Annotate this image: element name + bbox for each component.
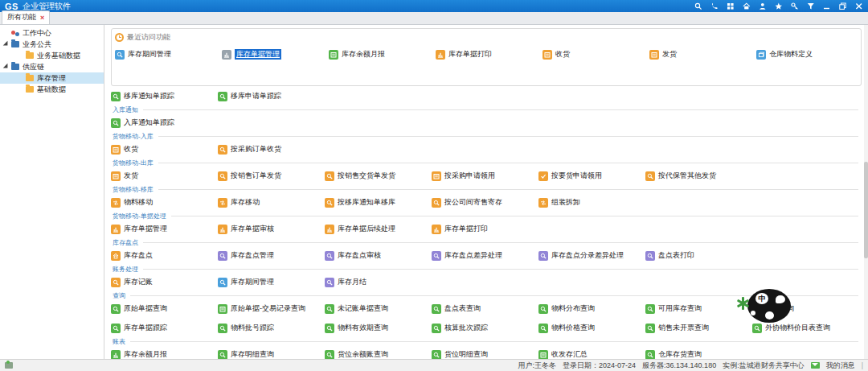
function-item[interactable]: 按移库通知单移库 (325, 197, 432, 208)
scrollbar-thumb[interactable] (864, 162, 868, 258)
tree-spacer (20, 89, 23, 91)
sidebar-item-业务基础数据[interactable]: 业务基础数据 (0, 50, 104, 61)
close-icon[interactable] (854, 2, 863, 10)
function-item[interactable]: 库存月结 (325, 277, 432, 287)
function-item[interactable]: 库存盘点差异处理 (432, 250, 538, 261)
function-item[interactable]: 库存盘点分录差异处理 (538, 250, 645, 261)
function-item-label: 按公司间寄售寄存 (444, 197, 502, 208)
function-item[interactable]: 仓库存货查询 (645, 349, 752, 359)
function-item[interactable]: 原始单据-交易记录查询 (218, 303, 325, 314)
expand-arrow-icon[interactable] (3, 41, 10, 47)
function-item[interactable]: 按公司间寄售寄存 (432, 197, 538, 208)
function-item[interactable]: 物料批号跟踪 (218, 323, 325, 333)
function-item[interactable]: 货位明细查询 (432, 349, 538, 359)
function-item[interactable]: 库存单据管理 (222, 49, 329, 60)
function-item[interactable]: 库存余额月报 (111, 349, 218, 359)
function-item[interactable]: 物料有效期查询 (325, 323, 432, 333)
function-item[interactable]: 库存盘点审核 (325, 250, 432, 261)
function-item[interactable]: 收货 (111, 144, 218, 155)
search-icon[interactable] (694, 2, 702, 10)
section-header: 入库通知 (111, 103, 862, 116)
user-icon[interactable] (758, 2, 767, 10)
function-item[interactable]: 库存记账 (111, 277, 218, 287)
chart-icon (436, 50, 445, 60)
function-item[interactable]: 仓库物料定义 (756, 49, 863, 60)
section-header: 货物移动-移库 (111, 183, 862, 196)
function-item[interactable]: 按要货申请领用 (538, 171, 645, 181)
search-icon (325, 198, 334, 208)
star-icon[interactable] (774, 2, 783, 10)
function-item[interactable]: 组装拆卸 (538, 197, 645, 208)
function-item[interactable]: 销售未开票查询 (645, 323, 752, 333)
section-divider (130, 295, 858, 296)
sidebar-item-供应链[interactable]: 供应链 (0, 61, 104, 72)
minimize-icon[interactable] (822, 2, 831, 10)
home-icon[interactable] (742, 2, 751, 10)
function-item[interactable]: 移库申请单跟踪 (218, 91, 325, 101)
function-item[interactable]: 库存明细查询 (218, 349, 325, 359)
function-item-label: 可用库存查询 (658, 303, 702, 314)
function-item[interactable]: 原始单据查询 (111, 303, 218, 314)
function-item[interactable]: 按销售订单发货 (218, 171, 325, 181)
search-icon (325, 324, 334, 333)
tab-close-icon[interactable]: × (40, 14, 44, 22)
function-item[interactable]: 按代保管其他发货 (645, 171, 752, 181)
function-item[interactable]: 收发存汇总 (538, 349, 645, 359)
function-item[interactable]: 库存余额月报 (329, 49, 436, 60)
function-row: 物料移动库存移动按移库通知单移库按公司间寄售寄存组装拆卸 (111, 196, 862, 209)
function-item[interactable]: 库存期间管理 (115, 49, 222, 60)
function-item[interactable]: 货位余额账查询 (325, 349, 432, 359)
function-item[interactable]: 核算批次跟踪 (432, 323, 538, 333)
sidebar-item-库存管理[interactable]: 库存管理 (0, 72, 104, 84)
status-messages-link[interactable]: 我的消息 (826, 361, 855, 371)
function-item-label: 收发存汇总 (551, 349, 588, 359)
phone-icon[interactable] (710, 2, 719, 10)
function-item[interactable]: 库存盘点管理 (218, 250, 325, 261)
doc-icon (218, 304, 227, 314)
function-item[interactable]: 按采购申请领用 (432, 171, 538, 181)
function-item[interactable]: 发货 (649, 49, 756, 60)
function-item[interactable]: 库存单据打印 (436, 49, 542, 60)
grid-icon[interactable] (726, 2, 735, 10)
function-item[interactable]: 未记账单据查询 (325, 303, 432, 314)
sidebar-item-工作中心[interactable]: 工作中心 (0, 27, 104, 39)
function-item[interactable]: 盘点表打印 (645, 250, 752, 261)
function-item[interactable]: 物料移动 (111, 197, 218, 208)
function-item[interactable]: 库存单据审核 (218, 224, 325, 234)
function-item[interactable]: 库存移动 (218, 197, 325, 208)
function-item[interactable]: 库存单据跟踪 (111, 323, 218, 333)
function-item[interactable]: 移库通知单跟踪 (111, 91, 218, 101)
search-icon (111, 92, 121, 101)
function-item[interactable]: 库存单据打印 (432, 224, 538, 234)
function-item[interactable]: 盘点表查询 (432, 303, 538, 314)
key-icon[interactable] (790, 2, 799, 10)
section-header: 账务处理 (111, 262, 862, 275)
status-server: 服务器:36.134.140.180 (642, 361, 716, 371)
function-item[interactable]: 按采购订单收货 (218, 144, 325, 155)
function-item[interactable]: 按销售交货单发货 (325, 171, 432, 181)
function-row: 库存单据管理库存单据审核库存单据后续处理库存单据打印 (111, 222, 862, 236)
function-item[interactable]: 发货 (111, 171, 218, 181)
tab-all-functions[interactable]: 所有功能 × (2, 10, 50, 24)
function-item[interactable]: 库存单据后续处理 (325, 224, 432, 234)
expand-arrow-icon[interactable] (3, 64, 10, 70)
search-icon (432, 198, 441, 208)
function-item[interactable]: 收货 (542, 49, 649, 60)
section-divider (171, 216, 858, 216)
sidebar-item-基础数据[interactable]: 基础数据 (0, 84, 104, 95)
function-item-label: 库存单据打印 (448, 49, 492, 60)
function-item[interactable]: 库存期间管理 (218, 277, 325, 287)
search-icon (325, 304, 334, 314)
function-item[interactable]: 库存单据管理 (111, 224, 218, 234)
sidebar-item-业务公共[interactable]: 业务公共 (0, 39, 104, 50)
function-item[interactable]: 外协物料价目表查询 (752, 323, 859, 333)
search-icon (111, 278, 121, 287)
function-item[interactable]: 入库通知单跟踪 (111, 117, 218, 128)
filter-icon[interactable] (806, 2, 815, 10)
vertical-scrollbar[interactable] (864, 25, 868, 359)
function-item[interactable]: 物料价格查询 (538, 323, 645, 333)
function-item[interactable]: 物料分布查询 (538, 303, 645, 314)
section-header-label: 入库通知 (113, 105, 138, 114)
maximize-icon[interactable] (838, 2, 847, 10)
function-item[interactable]: 库存盘点 (111, 250, 218, 261)
